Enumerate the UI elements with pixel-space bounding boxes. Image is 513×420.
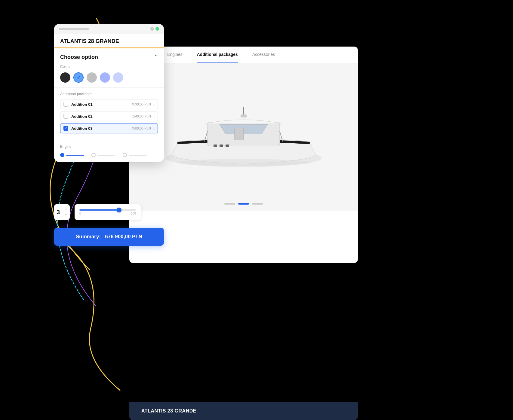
slider-fill (79, 209, 119, 211)
engine-radio-1[interactable] (60, 153, 64, 157)
panel-product-title: ATLANTIS 28 GRANDE (54, 34, 164, 48)
summary-label: Summary: (76, 234, 101, 239)
carousel-dot-1[interactable] (224, 203, 235, 205)
svg-rect-9 (220, 145, 223, 147)
colour-section: Colour ✓ (54, 65, 164, 88)
package-arrow-2: › (153, 114, 155, 119)
product-title-bar: ATLANTIS 28 GRANDE (129, 402, 358, 420)
package-row-1[interactable]: Addition 01 4899,00 PLN › (60, 99, 158, 109)
engine-radio-3[interactable] (123, 153, 127, 157)
quantity-box: 3 ⌃ ⌄ (54, 204, 70, 220)
summary-button[interactable]: Summary: 676 900,00 PLN (54, 228, 164, 246)
slider-labels: 0 100 (79, 212, 136, 215)
slider-max: 100 (131, 212, 136, 215)
minimize-button[interactable] (150, 27, 154, 31)
quantity-up-arrow[interactable]: ⌃ (64, 208, 67, 212)
swatch-check-icon: ✓ (77, 75, 81, 81)
engine-line-1 (66, 155, 84, 156)
summary-text: Summary: 676 900,00 PLN (76, 234, 142, 240)
package-row-3[interactable]: Addition 03 4289,00 PLN › (60, 123, 158, 133)
svg-point-11 (177, 159, 310, 166)
url-bar (59, 28, 89, 30)
engine-line-3 (129, 155, 147, 156)
product-title: ATLANTIS 28 GRANDE (141, 408, 196, 414)
carousel-dots (224, 203, 263, 205)
package-row-2[interactable]: Addition 02 3249,00 PLN › (60, 111, 158, 121)
engine-option-2[interactable] (91, 153, 115, 157)
packages-label: Additional packages (60, 92, 158, 96)
engine-radio-2[interactable] (91, 153, 96, 157)
tab-accessories[interactable]: Accessories (252, 47, 275, 63)
package-price-1: 4899,00 PLN (131, 102, 151, 106)
swatch-dark[interactable] (60, 72, 70, 83)
colour-swatches: ✓ (60, 72, 158, 83)
choose-option-header[interactable]: Choose option ⌃ (54, 48, 164, 65)
svg-rect-8 (213, 145, 217, 147)
quantity-arrows: ⌃ ⌄ (64, 208, 67, 216)
swatch-lightgray[interactable] (87, 72, 97, 83)
maximize-button[interactable] (155, 27, 159, 31)
summary-price: 676 900,00 PLN (105, 234, 142, 239)
package-arrow-3: › (153, 126, 155, 131)
window-controls (150, 27, 159, 31)
engine-line-2 (97, 155, 115, 156)
engine-options (60, 153, 158, 157)
quantity-slider-row: 3 ⌃ ⌄ 0 100 (54, 204, 141, 220)
engine-option-3[interactable] (123, 153, 147, 157)
packages-section: Additional packages Addition 01 4899,00 … (54, 88, 164, 140)
boat-image (159, 80, 328, 194)
slider-thumb[interactable] (117, 208, 121, 212)
carousel-dot-2[interactable] (238, 203, 249, 205)
swatch-lavender[interactable] (100, 72, 110, 83)
slider-box[interactable]: 0 100 (75, 204, 141, 220)
configure-panel: ATLANTIS 28 GRANDE Choose option ⌃ Colou… (54, 24, 164, 162)
quantity-value: 3 (57, 209, 63, 216)
colour-label: Colour (60, 65, 158, 69)
tab-engines[interactable]: Engines (167, 47, 183, 63)
package-arrow-1: › (153, 102, 155, 107)
engine-label: Engine (60, 145, 158, 149)
engine-section: Engine (54, 140, 164, 162)
package-checkbox-2[interactable] (63, 114, 68, 119)
package-checkbox-1[interactable] (63, 102, 68, 107)
package-name-1: Addition 01 (71, 102, 131, 107)
browser-chrome (54, 24, 164, 34)
slider-track[interactable] (79, 209, 136, 211)
tab-additional-packages[interactable]: Additional packages (197, 47, 238, 63)
svg-rect-7 (241, 114, 247, 117)
choose-option-title: Choose option (60, 54, 98, 60)
swatch-lightlavender[interactable] (113, 72, 123, 83)
slider-min: 0 (79, 212, 81, 215)
package-name-3: Addition 03 (71, 126, 131, 131)
carousel-dot-3[interactable] (252, 203, 263, 205)
swatch-blue[interactable]: ✓ (73, 72, 84, 83)
package-name-2: Addition 02 (71, 114, 131, 119)
quantity-down-arrow[interactable]: ⌄ (64, 212, 67, 216)
engine-option-1[interactable] (60, 153, 84, 157)
package-price-2: 3249,00 PLN (131, 114, 151, 118)
package-price-3: 4289,00 PLN (131, 126, 151, 130)
chevron-up-icon: ⌃ (153, 54, 158, 60)
package-checkbox-3[interactable] (63, 126, 68, 131)
svg-rect-10 (226, 145, 229, 147)
